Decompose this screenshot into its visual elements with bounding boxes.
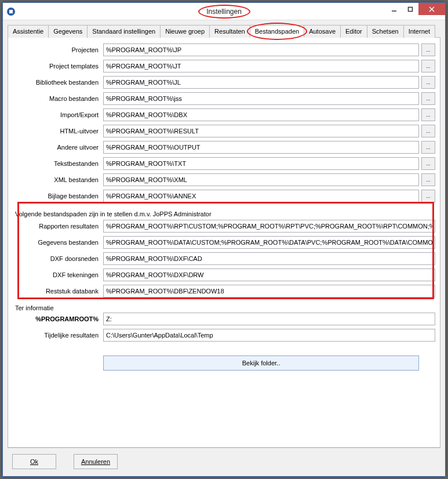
svg-rect-3	[409, 7, 413, 11]
tab-strip: Assistentie Gegevens Standaard instellin…	[8, 25, 440, 38]
row-dxfdoor: DXF doorsneden	[13, 252, 435, 265]
browse-andere[interactable]: ...	[421, 141, 435, 154]
input-tekst[interactable]	[103, 157, 419, 170]
browse-projecten[interactable]: ...	[421, 43, 435, 56]
input-rapporten	[103, 220, 435, 233]
ok-button-label: Ok	[30, 458, 38, 465]
svg-rect-1	[9, 10, 13, 13]
label-templates: Project templates	[13, 63, 101, 70]
cancel-button-label: Annuleren	[81, 458, 110, 465]
row-bijlage: Bijlage bestanden ...	[13, 190, 435, 202]
tab-bestandspaden[interactable]: Bestandspaden	[250, 25, 304, 38]
row-gegevens: Gegevens bestanden	[13, 236, 435, 249]
tab-standaard-instellingen[interactable]: Standaard instellingen	[87, 25, 161, 38]
input-macro[interactable]	[103, 92, 419, 105]
label-dxfdoor: DXF doorsneden	[13, 255, 101, 262]
tab-assistentie[interactable]: Assistentie	[8, 25, 49, 38]
tab-editor[interactable]: Editor	[340, 25, 367, 38]
browse-import[interactable]: ...	[421, 108, 435, 121]
label-andere: Andere uitvoer	[13, 144, 101, 151]
input-programroot	[103, 313, 435, 325]
label-programroot: %PROGRAMROOT%	[13, 315, 101, 322]
bekijk-folder-button[interactable]: Bekijk folder..	[103, 355, 419, 371]
input-temp	[103, 329, 435, 342]
window-controls	[386, 3, 445, 15]
browse-tekst[interactable]: ...	[421, 157, 435, 170]
info-section-label: Ter informatie	[13, 304, 435, 313]
admin-paths-note: Volgende bestandspaden zijn in te stelle…	[13, 209, 435, 220]
label-import: Import/Export	[13, 111, 101, 118]
input-gegevens	[103, 236, 435, 249]
label-html: HTML-uitvoer	[13, 128, 101, 135]
browse-bijlage[interactable]: ...	[421, 190, 435, 202]
input-html[interactable]	[103, 125, 419, 137]
label-projecten: Projecten	[13, 46, 101, 53]
settings-window: Instellingen Assistentie Gegevens Standa…	[2, 2, 446, 477]
row-andere: Andere uitvoer ...	[13, 141, 435, 154]
row-macro: Macro bestanden ...	[13, 92, 435, 105]
input-reststuk	[103, 285, 435, 297]
row-import: Import/Export ...	[13, 108, 435, 121]
close-button[interactable]	[418, 3, 445, 15]
window-title: Instellingen	[201, 6, 247, 17]
row-xml: XML bestanden ...	[13, 173, 435, 186]
label-bibliotheek: Bibliotheek bestanden	[13, 79, 101, 86]
titlebar: Instellingen	[3, 3, 445, 20]
tab-resultaten[interactable]: Resultaten	[209, 25, 250, 38]
maximize-button[interactable]	[402, 3, 418, 15]
dialog-body: Assistentie Gegevens Standaard instellin…	[3, 20, 445, 476]
label-reststuk: Reststuk databank	[13, 288, 101, 295]
browse-bibliotheek[interactable]: ...	[421, 76, 435, 89]
label-xml: XML bestanden	[13, 176, 101, 183]
tab-panel-bestandspaden: Projecten ... Project templates ... Bibl…	[8, 37, 440, 448]
cancel-button[interactable]: Annuleren	[74, 454, 118, 469]
input-dxfdoor	[103, 252, 435, 265]
input-import[interactable]	[103, 108, 419, 121]
input-dxftek	[103, 268, 435, 281]
label-temp: Tijdelijke resultaten	[13, 332, 101, 339]
row-reststuk: Reststuk databank	[13, 285, 435, 297]
browse-templates[interactable]: ...	[421, 60, 435, 72]
row-bibliotheek: Bibliotheek bestanden ...	[13, 76, 435, 89]
label-rapporten: Rapporten resultaten	[13, 223, 101, 230]
input-andere[interactable]	[103, 141, 419, 154]
row-html: HTML-uitvoer ...	[13, 125, 435, 137]
input-xml[interactable]	[103, 173, 419, 186]
row-projecten: Projecten ...	[13, 43, 435, 56]
browse-macro[interactable]: ...	[421, 92, 435, 105]
input-bibliotheek[interactable]	[103, 76, 419, 89]
row-tekst: Tekstbestanden ...	[13, 157, 435, 170]
minimize-button[interactable]	[386, 3, 402, 15]
row-templates: Project templates ...	[13, 60, 435, 72]
dialog-button-bar: Ok Annuleren	[8, 448, 440, 471]
input-bijlage[interactable]	[103, 190, 419, 202]
label-bijlage: Bijlage bestanden	[13, 193, 101, 199]
tab-nieuwe-groep[interactable]: Nieuwe groep	[160, 25, 210, 38]
label-tekst: Tekstbestanden	[13, 160, 101, 167]
ok-button[interactable]: Ok	[12, 454, 56, 469]
label-dxftek: DXF tekeningen	[13, 271, 101, 278]
tab-autosave[interactable]: Autosave	[304, 25, 341, 38]
browse-html[interactable]: ...	[421, 125, 435, 137]
row-temp: Tijdelijke resultaten	[13, 329, 435, 342]
browse-xml[interactable]: ...	[421, 173, 435, 186]
tab-internet[interactable]: Internet	[403, 25, 435, 38]
input-templates[interactable]	[103, 60, 419, 72]
tab-gegevens[interactable]: Gegevens	[48, 25, 88, 38]
label-macro: Macro bestanden	[13, 95, 101, 102]
tab-schetsen[interactable]: Schetsen	[367, 25, 404, 38]
row-programroot: %PROGRAMROOT%	[13, 313, 435, 325]
input-projecten[interactable]	[103, 43, 419, 56]
label-gegevens: Gegevens bestanden	[13, 239, 101, 246]
row-dxftek: DXF tekeningen	[13, 268, 435, 281]
row-rapporten: Rapporten resultaten	[13, 220, 435, 233]
app-icon	[6, 7, 16, 16]
